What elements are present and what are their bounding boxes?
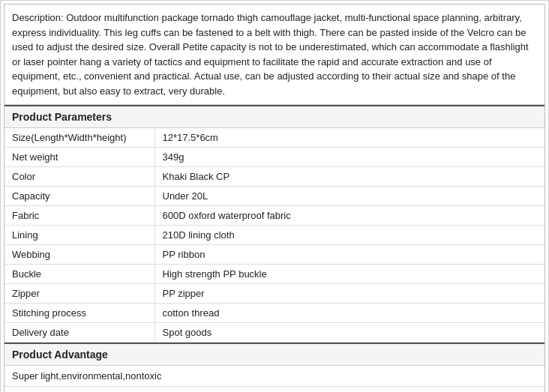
param-label: Webbing [4, 245, 154, 265]
table-row: Fabric600D oxford waterproof fabric [4, 206, 544, 226]
param-value: Khaki Black CP [154, 167, 544, 187]
param-label: Lining [4, 226, 154, 245]
param-label: Capacity [4, 187, 154, 206]
product-advantage-table: Super light,environmental,nontoxicWearab… [4, 366, 544, 392]
table-row: Size(Length*Width*height)12*17.5*6cm [4, 128, 544, 148]
param-label: Fabric [4, 206, 154, 226]
product-advantage-heading: Product Advantage [4, 343, 544, 366]
page-container: Description: Outdoor multifunction packa… [0, 0, 549, 392]
param-label: Stitching process [4, 304, 154, 323]
table-row: Stitching processcotton thread [4, 304, 544, 323]
advantage-value: Wearable,tear resistant,uncracked [4, 387, 544, 393]
table-row: Net weight349g [4, 148, 544, 167]
advantage-value: Super light,environmental,nontoxic [4, 366, 544, 387]
description-text: Description: Outdoor multifunction packa… [12, 12, 529, 97]
param-label: Net weight [4, 148, 154, 167]
param-value: PP zipper [154, 284, 544, 304]
param-label: Size(Length*Width*height) [4, 128, 154, 148]
product-parameters-table: Size(Length*Width*height)12*17.5*6cmNet … [4, 128, 544, 343]
param-value: 600D oxford waterproof fabric [154, 206, 544, 226]
table-row: ZipperPP zipper [4, 284, 544, 304]
table-row: WebbingPP ribbon [4, 245, 544, 265]
product-parameters-heading: Product Parameters [4, 105, 544, 128]
table-row: BuckleHigh strength PP buckle [4, 265, 544, 284]
table-row: CapacityUnder 20L [4, 187, 544, 206]
table-row: Delivery dateSpot goods [4, 323, 544, 343]
param-label: Buckle [4, 265, 154, 284]
content-border: Description: Outdoor multifunction packa… [4, 4, 545, 392]
param-value: Under 20L [154, 187, 544, 206]
param-value: Spot goods [154, 323, 544, 343]
table-row: Lining210D lining cloth [4, 226, 544, 245]
param-label: Color [4, 167, 154, 187]
list-item: Wearable,tear resistant,uncracked [4, 387, 544, 393]
param-label: Delivery date [4, 323, 154, 343]
description-section: Description: Outdoor multifunction packa… [4, 4, 544, 105]
param-value: PP ribbon [154, 245, 544, 265]
list-item: Super light,environmental,nontoxic [4, 366, 544, 387]
param-value: 349g [154, 148, 544, 167]
param-value: High strength PP buckle [154, 265, 544, 284]
param-label: Zipper [4, 284, 154, 304]
param-value: cotton thread [154, 304, 544, 323]
table-row: ColorKhaki Black CP [4, 167, 544, 187]
param-value: 12*17.5*6cm [154, 128, 544, 148]
param-value: 210D lining cloth [154, 226, 544, 245]
